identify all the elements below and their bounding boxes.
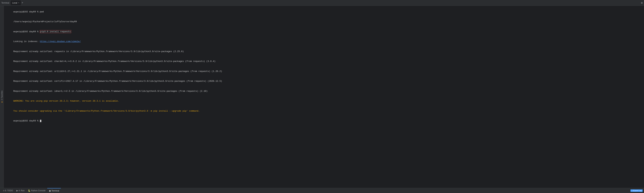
local-tab-label: Local bbox=[12, 2, 17, 4]
run-panel-button[interactable]: ▶ 4: Run bbox=[15, 188, 26, 193]
terminal-line: wupeiqi@192 day09 % pip3.9 install reque… bbox=[6, 27, 642, 37]
output-text: Requirement already satisfied: urllib3<1… bbox=[14, 70, 222, 73]
command: pwd bbox=[40, 11, 44, 13]
todo-panel-button[interactable]: ≡ 6: TODO bbox=[1, 188, 15, 193]
terminal-line-warning: WARNING: You are using pip version 20.2.… bbox=[6, 96, 642, 106]
run-label: 4: Run bbox=[19, 189, 24, 192]
index-url[interactable]: https://pypi.douban.com/simple/ bbox=[40, 40, 81, 43]
local-tab[interactable]: Local × bbox=[11, 1, 21, 5]
add-tab-button[interactable]: + bbox=[22, 1, 23, 5]
event-log-count: 1 bbox=[632, 189, 632, 192]
run-icon: ▶ bbox=[16, 189, 18, 192]
terminal-line: /Users/wupeiqi/PycharmProjects/luffyCour… bbox=[6, 17, 642, 27]
warning-text: WARNING: You are using pip version 20.2.… bbox=[14, 100, 119, 102]
highlighted-command: pip3.9 install requests bbox=[40, 30, 71, 33]
python-console-button[interactable]: 🐍 Python Console bbox=[26, 188, 47, 193]
terminal-line: Requirement already satisfied: chardet<4… bbox=[6, 57, 642, 67]
python-icon: 🐍 bbox=[28, 189, 30, 192]
top-bar: Terminal: Local × + ⚙ bbox=[0, 0, 644, 6]
python-console-label: Python Console bbox=[31, 189, 46, 192]
terminal-line: wupeiqi@192 day09 % pwd bbox=[6, 7, 642, 17]
favorites-label: ★ 2: Favorites bbox=[1, 91, 3, 103]
terminal-area[interactable]: wupeiqi@192 day09 % pwd /Users/wupeiqi/P… bbox=[4, 6, 644, 188]
main-content: ★ 2: Favorites wupeiqi@192 day09 % pwd /… bbox=[0, 6, 644, 188]
prompt: wupeiqi@192 day09 % bbox=[14, 120, 40, 122]
terminal-panel-label: Terminal bbox=[52, 189, 59, 192]
terminal-line: Requirement already satisfied: urllib3<1… bbox=[6, 66, 642, 76]
warning-text: You should consider upgrading via the '/… bbox=[14, 110, 200, 112]
terminal-line: Requirement already satisfied: requests … bbox=[6, 47, 642, 57]
terminal-line: Looking in indexes: https://pypi.douban.… bbox=[6, 37, 642, 47]
favorites-sidebar[interactable]: ★ 2: Favorites bbox=[0, 6, 4, 188]
output-text: Requirement already satisfied: certifi>=… bbox=[14, 80, 222, 82]
event-log-label: Event Log bbox=[633, 189, 642, 192]
terminal-label: Terminal: bbox=[1, 2, 10, 4]
output-text: Requirement already satisfied: chardet<4… bbox=[14, 60, 216, 63]
gear-icon[interactable]: ⚙ bbox=[641, 1, 643, 5]
todo-icon: ≡ bbox=[3, 189, 4, 192]
top-bar-left: Terminal: Local × + bbox=[1, 1, 23, 5]
bottom-bar: ≡ 6: TODO ▶ 4: Run 🐍 Python Console ▣ Te… bbox=[0, 188, 644, 193]
close-icon[interactable]: × bbox=[18, 2, 19, 4]
bottom-bar-right: 1 Event Log bbox=[630, 189, 643, 192]
output-text: /Users/wupeiqi/PycharmProjects/luffyCour… bbox=[14, 20, 77, 23]
prompt: wupeiqi@192 day09 % bbox=[14, 11, 40, 13]
star-icon: ★ bbox=[1, 101, 3, 103]
terminal-line: Requirement already satisfied: certifi>=… bbox=[6, 76, 642, 86]
todo-label: 6: TODO bbox=[5, 189, 13, 192]
output-text: Requirement already satisfied: idna<3,>=… bbox=[14, 90, 208, 92]
terminal-line: Requirement already satisfied: idna<3,>=… bbox=[6, 86, 642, 96]
favorites-text-label: 2: Favorites bbox=[1, 91, 3, 100]
terminal-line: wupeiqi@192 day09 % bbox=[6, 116, 642, 126]
terminal-panel-button[interactable]: ▣ Terminal bbox=[47, 188, 61, 193]
event-log-button[interactable]: 1 Event Log bbox=[630, 189, 643, 192]
top-bar-right: ⚙ bbox=[641, 1, 643, 5]
terminal-icon: ▣ bbox=[49, 189, 51, 192]
cursor bbox=[40, 120, 41, 122]
output-text: Requirement already satisfied: requests … bbox=[14, 50, 184, 53]
prompt: wupeiqi@192 day09 % bbox=[14, 30, 40, 33]
looking-prefix: Looking in indexes: bbox=[14, 40, 40, 43]
terminal-line-warning: You should consider upgrading via the '/… bbox=[6, 106, 642, 116]
